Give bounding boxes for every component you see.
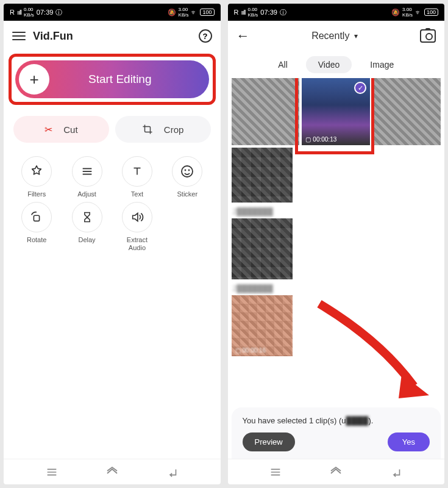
crop-button[interactable]: Crop bbox=[115, 116, 211, 143]
scissors-icon: ✂ bbox=[44, 124, 52, 135]
speed-indicator: 0.00KB/s bbox=[24, 7, 34, 18]
status-time: 07:39 bbox=[260, 9, 277, 16]
sticker-label: Sticker bbox=[177, 190, 198, 198]
menu-icon[interactable] bbox=[12, 32, 26, 40]
yes-button[interactable]: Yes bbox=[388, 432, 430, 451]
adjust-label: Adjust bbox=[77, 190, 96, 198]
signal-bars: ııll bbox=[241, 9, 245, 16]
cut-button[interactable]: ✂ Cut bbox=[13, 116, 109, 143]
delay-label: Delay bbox=[79, 236, 96, 244]
extract-audio-tool[interactable]: Extract Audio bbox=[114, 202, 160, 252]
text-icon bbox=[130, 165, 144, 178]
sticker-tool[interactable]: Sticker bbox=[164, 156, 210, 198]
svg-point-5 bbox=[182, 166, 193, 177]
check-icon: ✓ bbox=[354, 82, 366, 94]
svg-rect-8 bbox=[34, 215, 40, 221]
svg-marker-13 bbox=[399, 374, 429, 398]
info-icon: ⓘ bbox=[55, 8, 62, 17]
signal-indicator: R bbox=[10, 9, 15, 16]
phone-right: R ııll 0.00KB/s 07:39 ⓘ 🔕 3.00KB/s ᯤ 100… bbox=[228, 4, 445, 484]
svg-point-7 bbox=[189, 170, 190, 171]
tab-all[interactable]: All bbox=[266, 56, 300, 73]
gallery-title-label: Recently bbox=[311, 30, 349, 41]
video-thumb[interactable]: ▢ 00:00:16 bbox=[232, 295, 293, 356]
status-bar: R ııll 0.00KB/s 07:39 ⓘ 🔕 3.00KB/s ᯤ 100 bbox=[4, 4, 221, 21]
video-thumb-selected[interactable]: ✓ ▢ 00:00:13 bbox=[302, 78, 370, 145]
nav-bar bbox=[228, 459, 445, 484]
signal-indicator: R bbox=[234, 9, 239, 16]
start-editing-label: Start Editing bbox=[49, 73, 209, 86]
nav-back-icon[interactable] bbox=[389, 467, 403, 478]
rotate-icon bbox=[30, 210, 43, 224]
selection-bar: You have selected 1 clip(s) (u████). Pre… bbox=[232, 407, 441, 459]
date-label: 2███████ bbox=[232, 282, 441, 295]
gallery-header: ← Recently ▾ bbox=[228, 21, 445, 51]
dnd-icon: 🔕 bbox=[391, 9, 400, 16]
camera-small-icon: ▢ bbox=[305, 136, 311, 143]
tab-video[interactable]: Video bbox=[306, 56, 352, 73]
status-time: 07:39 bbox=[37, 9, 54, 16]
nav-recents-icon[interactable] bbox=[45, 467, 59, 478]
battery-icon: 100 bbox=[424, 9, 438, 16]
data-icon: 3.00KB/s bbox=[179, 7, 189, 18]
crop-icon bbox=[142, 124, 153, 135]
speed-indicator: 0.00KB/s bbox=[247, 7, 258, 18]
battery-icon: 100 bbox=[200, 9, 214, 16]
nav-home-icon[interactable] bbox=[105, 466, 119, 478]
tab-image[interactable]: Image bbox=[358, 56, 406, 73]
filter-tabs: All Video Image bbox=[228, 51, 445, 78]
filters-tool[interactable]: Filters bbox=[13, 156, 60, 198]
rotate-label: Rotate bbox=[27, 236, 46, 244]
nav-back-icon[interactable] bbox=[166, 467, 179, 478]
delay-tool[interactable]: Delay bbox=[63, 202, 110, 252]
star-icon bbox=[30, 165, 43, 178]
speaker-icon bbox=[130, 210, 144, 224]
start-editing-button[interactable]: + Start Editing bbox=[15, 60, 209, 98]
adjust-tool[interactable]: Adjust bbox=[63, 156, 110, 198]
start-editing-highlight: + Start Editing bbox=[9, 54, 216, 105]
chevron-down-icon: ▾ bbox=[354, 32, 358, 40]
app-title: Vid.Fun bbox=[33, 30, 73, 43]
wifi-icon: ᯤ bbox=[415, 9, 422, 16]
status-bar: R ııll 0.00KB/s 07:39 ⓘ 🔕 3.00KB/s ᯤ 100 bbox=[228, 4, 445, 21]
video-duration: ▢ 00:00:16 bbox=[235, 347, 266, 354]
extract-audio-label: Extract Audio bbox=[127, 236, 148, 252]
video-thumb[interactable] bbox=[232, 78, 300, 145]
help-icon[interactable]: ? bbox=[199, 29, 212, 43]
nav-recents-icon[interactable] bbox=[269, 467, 282, 478]
data-icon: 3.00KB/s bbox=[402, 7, 413, 18]
smile-icon bbox=[180, 164, 194, 179]
quick-tools-row: ✂ Cut Crop bbox=[4, 107, 221, 148]
svg-point-6 bbox=[185, 170, 186, 171]
nav-home-icon[interactable] bbox=[329, 466, 343, 478]
nav-bar bbox=[4, 459, 221, 484]
back-button[interactable]: ← bbox=[236, 28, 250, 44]
date-label: 2███████ bbox=[232, 205, 441, 218]
preview-button[interactable]: Preview bbox=[243, 432, 295, 451]
text-tool[interactable]: Text bbox=[114, 156, 160, 198]
video-thumb[interactable] bbox=[372, 78, 441, 145]
rotate-tool[interactable]: Rotate bbox=[13, 202, 60, 252]
app-header: Vid.Fun ? bbox=[4, 21, 221, 51]
phone-left: R ııll 0.00KB/s 07:39 ⓘ 🔕 3.00KB/s ᯤ 100… bbox=[4, 4, 221, 484]
adjust-icon bbox=[80, 165, 94, 178]
gallery-dropdown[interactable]: Recently ▾ bbox=[311, 30, 358, 41]
info-icon: ⓘ bbox=[280, 8, 286, 17]
video-duration: ▢ 00:00:13 bbox=[305, 136, 336, 143]
hourglass-icon bbox=[81, 210, 93, 224]
dnd-icon: 🔕 bbox=[168, 9, 176, 16]
signal-bars: ııll bbox=[17, 9, 21, 16]
video-thumb[interactable] bbox=[232, 218, 293, 279]
cut-label: Cut bbox=[63, 124, 77, 135]
text-label: Text bbox=[131, 190, 143, 198]
camera-button[interactable] bbox=[420, 29, 436, 43]
filters-label: Filters bbox=[27, 190, 46, 198]
crop-label: Crop bbox=[164, 124, 184, 135]
gallery-body[interactable]: ✓ ▢ 00:00:13 2███████ 2███████ ▢ 00:00:1… bbox=[228, 78, 445, 407]
selection-text: You have selected 1 clip(s) (u████). bbox=[243, 416, 430, 425]
plus-icon: + bbox=[19, 64, 49, 95]
wifi-icon: ᯤ bbox=[191, 9, 197, 16]
video-thumb[interactable] bbox=[232, 148, 293, 203]
tools-grid: Filters Adjust Text Sticker Rotate Delay… bbox=[4, 148, 221, 261]
